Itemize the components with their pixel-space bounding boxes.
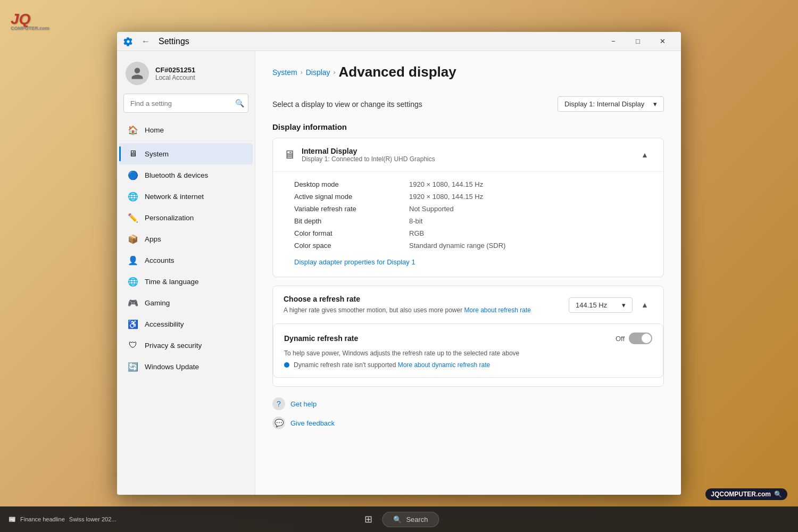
rate-dropdown[interactable]: 144.15 Hz ▾ <box>569 297 633 313</box>
network-icon: 🌐 <box>128 191 138 202</box>
sidebar-item-label-network: Network & internet <box>145 193 204 201</box>
page-title: Advanced display <box>339 64 456 80</box>
info-label: Variable refresh rate <box>294 205 401 213</box>
settings-icon <box>123 37 133 46</box>
title-bar-controls: − □ ✕ <box>601 32 675 51</box>
info-label: Color format <box>294 229 401 237</box>
more-dynamic-link[interactable]: More about dynamic refresh rate <box>398 361 490 369</box>
adapter-properties-link[interactable]: Display adapter properties for Display 1 <box>294 254 653 268</box>
collapse-button[interactable]: ▲ <box>637 147 653 163</box>
user-info: CF#0251251 Local Account <box>155 66 195 81</box>
give-feedback-link[interactable]: 💬 Give feedback <box>272 417 664 429</box>
main-panel: System › Display › Advanced display Sele… <box>255 51 681 495</box>
privacy-icon: 🛡 <box>128 340 138 351</box>
info-value: RGB <box>409 229 653 237</box>
windows-button[interactable]: ⊞ <box>359 510 378 529</box>
info-label: Active signal mode <box>294 193 401 201</box>
sidebar-item-gaming[interactable]: 🎮Gaming <box>119 292 253 313</box>
maximize-button[interactable]: □ <box>626 32 650 51</box>
accessibility-icon: ♿ <box>128 319 138 329</box>
taskbar-search[interactable]: 🔍 Search <box>382 512 439 527</box>
settings-window: ← Settings − □ ✕ CF#0251251 Local Accoun… <box>117 32 681 495</box>
watermark: JQCOMPUTER.com 🔍 <box>705 488 787 500</box>
sidebar-item-label-accounts: Accounts <box>145 256 174 264</box>
chevron-down-icon: ▾ <box>653 100 657 108</box>
sidebar-item-network[interactable]: 🌐Network & internet <box>119 186 253 207</box>
dynamic-header: Dynamic refresh rate Off <box>284 332 652 344</box>
taskbar: 📰 Finance headline Swiss lower 202... ⊞ … <box>0 506 798 532</box>
info-value: 1920 × 1080, 144.15 Hz <box>409 180 653 188</box>
sidebar-item-label-bluetooth: Bluetooth & devices <box>145 171 208 179</box>
dynamic-note-text: Dynamic refresh rate isn't supported Mor… <box>294 361 490 369</box>
sidebar-item-label-home: Home <box>145 126 164 134</box>
sidebar-item-label-time: Time & language <box>145 278 199 286</box>
get-help-icon: ? <box>272 397 285 410</box>
back-button[interactable]: ← <box>137 35 154 48</box>
sidebar-item-label-update: Windows Update <box>145 363 199 371</box>
dynamic-refresh-toggle[interactable] <box>629 332 652 344</box>
sidebar-item-apps[interactable]: 📦Apps <box>119 228 253 250</box>
footer-links: ? Get help 💬 Give feedback <box>272 397 664 429</box>
info-value: 8-bit <box>409 217 653 225</box>
more-about-refresh-link[interactable]: More about refresh rate <box>464 306 531 314</box>
info-value: Standard dynamic range (SDR) <box>409 242 653 250</box>
system-icon: 🖥 <box>128 148 138 159</box>
search-input[interactable] <box>123 94 248 113</box>
sidebar: CF#0251251 Local Account 🔍 🏠Home🖥System🔵… <box>117 51 255 495</box>
sidebar-item-privacy[interactable]: 🛡Privacy & security <box>119 335 253 356</box>
display-info-card: 🖥 Internal Display Display 1: Connected … <box>272 138 664 277</box>
display-card-header: 🖥 Internal Display Display 1: Connected … <box>273 138 663 172</box>
display-card-header-text: Internal Display Display 1: Connected to… <box>302 147 435 163</box>
breadcrumb-system[interactable]: System <box>272 68 297 77</box>
jq-logo: JQ COMPUTER.com <box>11 11 49 31</box>
display-selector-row: Select a display to view or change its s… <box>272 96 664 112</box>
refresh-header-left: Choose a refresh rate A higher rate give… <box>284 295 531 315</box>
personalization-icon: ✏️ <box>128 212 138 223</box>
display-dropdown[interactable]: Display 1: Internal Display ▾ <box>558 96 664 112</box>
news-sub: Swiss lower 202... <box>69 516 117 522</box>
time-icon: 🌐 <box>128 276 138 287</box>
sidebar-item-bluetooth[interactable]: 🔵Bluetooth & devices <box>119 164 253 186</box>
window-title: Settings <box>159 37 189 46</box>
user-profile[interactable]: CF#0251251 Local Account <box>117 51 255 94</box>
minimize-button[interactable]: − <box>601 32 626 51</box>
user-type: Local Account <box>155 74 195 81</box>
display-sub: Display 1: Connected to Intel(R) UHD Gra… <box>302 155 435 163</box>
give-feedback-label: Give feedback <box>290 419 335 427</box>
refresh-header: Choose a refresh rate A higher rate give… <box>273 286 663 323</box>
breadcrumb-display[interactable]: Display <box>306 68 330 77</box>
sidebar-item-personalization[interactable]: ✏️Personalization <box>119 207 253 228</box>
bluetooth-icon: 🔵 <box>128 170 138 180</box>
monitor-icon: 🖥 <box>284 148 295 162</box>
nav-list: 🏠Home🖥System🔵Bluetooth & devices🌐Network… <box>117 119 255 377</box>
breadcrumb: System › Display › Advanced display <box>272 64 456 80</box>
close-button[interactable]: ✕ <box>650 32 675 51</box>
info-value: 1920 × 1080, 144.15 Hz <box>409 193 653 201</box>
sidebar-item-home[interactable]: 🏠Home <box>119 119 253 140</box>
get-help-link[interactable]: ? Get help <box>272 397 664 410</box>
page-title-row: System › Display › Advanced display <box>272 64 664 84</box>
taskbar-search-icon: 🔍 <box>393 516 402 523</box>
sidebar-item-update[interactable]: 🔄Windows Update <box>119 356 253 377</box>
search-icon: 🔍 <box>235 99 244 107</box>
sidebar-item-accounts[interactable]: 👤Accounts <box>119 250 253 271</box>
dynamic-refresh-section: Dynamic refresh rate Off To help save po… <box>273 323 663 378</box>
sidebar-item-accessibility[interactable]: ♿Accessibility <box>119 313 253 335</box>
refresh-description: A higher rate gives smoother motion, but… <box>284 305 531 315</box>
give-feedback-icon: 💬 <box>272 417 285 429</box>
display-name: Internal Display <box>302 147 435 155</box>
sidebar-item-system[interactable]: 🖥System <box>119 143 253 164</box>
refresh-collapse-button[interactable]: ▲ <box>637 297 653 313</box>
sidebar-item-time[interactable]: 🌐Time & language <box>119 271 253 292</box>
taskbar-left: 📰 Finance headline Swiss lower 202... <box>9 516 116 523</box>
info-label: Desktop mode <box>294 180 401 188</box>
info-label: Bit depth <box>294 217 401 225</box>
search-icon: 🔍 <box>774 491 782 498</box>
title-bar-left: ← Settings <box>123 35 601 48</box>
home-icon: 🏠 <box>128 124 138 135</box>
refresh-title: Choose a refresh rate <box>284 295 531 303</box>
display-selector-label: Select a display to view or change its s… <box>272 100 422 109</box>
search-box: 🔍 <box>123 94 248 113</box>
dynamic-description: To help save power, Windows adjusts the … <box>284 348 652 358</box>
avatar <box>126 62 149 85</box>
